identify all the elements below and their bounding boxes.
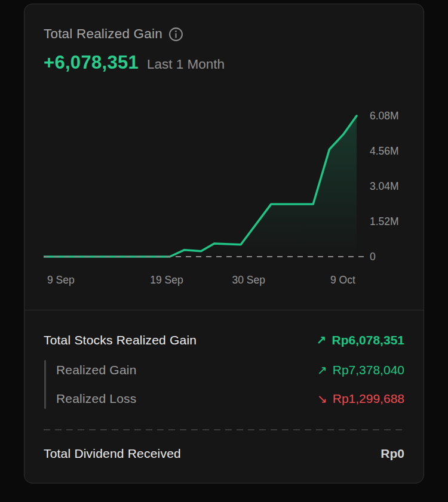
svg-text:4.56M: 4.56M	[370, 145, 399, 157]
arrow-up-icon: ↗	[317, 363, 327, 377]
realized-gain-line-chart[interactable]: 6.08M4.56M3.04M1.52M09 Sep19 Sep30 Sep9 …	[44, 101, 406, 291]
total-stocks-value: ↗ Rp6,078,351	[317, 333, 404, 347]
arrow-up-icon: ↗	[317, 333, 327, 347]
dividend-label: Total Dividend Received	[44, 446, 181, 461]
arrow-down-icon: ↘	[317, 392, 327, 406]
realized-gain-card: Total Realized Gain +6,078,351 Last 1 Mo…	[24, 4, 424, 483]
svg-text:1.52M: 1.52M	[370, 215, 399, 227]
summary-section: Total Stocks Realized Gain ↗ Rp6,078,351…	[24, 310, 424, 463]
svg-text:30 Sep: 30 Sep	[232, 274, 265, 286]
svg-text:0: 0	[370, 251, 376, 263]
svg-text:19 Sep: 19 Sep	[150, 274, 183, 286]
period-label: Last 1 Month	[147, 57, 225, 72]
breakdown-list: Realized Gain ↗ Rp7,378,040 Realized Los…	[46, 360, 404, 409]
info-icon	[168, 27, 183, 42]
dividend-row: Total Dividend Received Rp0	[44, 445, 404, 463]
realized-loss-value: ↘ Rp1,299,688	[317, 392, 404, 406]
svg-text:9 Oct: 9 Oct	[330, 274, 355, 286]
chart-area: 6.08M4.56M3.04M1.52M09 Sep19 Sep30 Sep9 …	[44, 101, 404, 291]
svg-text:9 Sep: 9 Sep	[47, 274, 75, 286]
breakdown-rows: Realized Gain ↗ Rp7,378,040 Realized Los…	[44, 360, 404, 409]
header-row: Total Realized Gain	[44, 26, 404, 42]
realized-gain-amount: Rp7,378,040	[333, 363, 404, 377]
realized-gain-label: Realized Gain	[56, 363, 137, 377]
total-stocks-label: Total Stocks Realized Gain	[44, 333, 197, 347]
info-button[interactable]	[168, 27, 183, 42]
realized-gain-value: ↗ Rp7,378,040	[317, 363, 404, 377]
realized-loss-amount: Rp1,299,688	[333, 392, 404, 406]
total-gain-value: +6,078,351	[44, 52, 139, 73]
svg-text:6.08M: 6.08M	[370, 110, 399, 122]
page-title: Total Realized Gain	[44, 26, 162, 42]
realized-loss-row: Realized Loss ↘ Rp1,299,688	[56, 389, 404, 409]
chart-section: Total Realized Gain +6,078,351 Last 1 Mo…	[24, 4, 424, 291]
total-stocks-amount: Rp6,078,351	[332, 333, 404, 347]
total-stocks-row: Total Stocks Realized Gain ↗ Rp6,078,351	[44, 331, 404, 349]
dashed-divider	[44, 429, 404, 430]
value-row: +6,078,351 Last 1 Month	[44, 52, 404, 72]
svg-text:3.04M: 3.04M	[370, 180, 399, 192]
dividend-amount: Rp0	[381, 446, 404, 461]
realized-loss-label: Realized Loss	[56, 392, 137, 406]
realized-gain-row: Realized Gain ↗ Rp7,378,040	[56, 360, 404, 380]
